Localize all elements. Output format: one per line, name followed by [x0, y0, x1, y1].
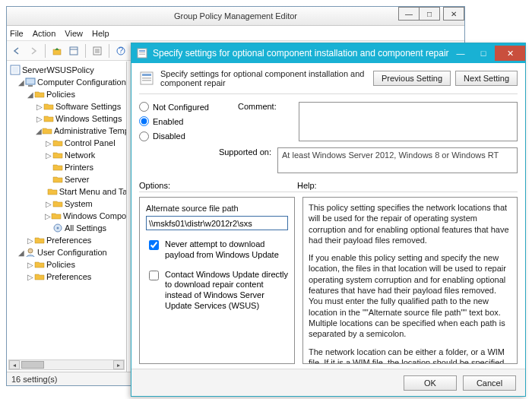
tree-control-panel[interactable]: ▷Control Panel [10, 137, 126, 149]
tree-admin-templates[interactable]: ◢ Administrative Templates [10, 125, 126, 137]
toolbar-properties-button[interactable] [90, 44, 104, 58]
folder-icon [52, 162, 63, 173]
dialog-subtitle: Specify settings for optional component … [160, 69, 367, 87]
policy-state-block: Not Configured Comment: Enabled Disabled [139, 102, 518, 141]
editor-maximize-button[interactable]: □ [419, 7, 440, 21]
editor-close-button[interactable]: ✕ [443, 7, 464, 21]
ok-button[interactable]: OK [404, 375, 457, 391]
dialog-footer: OK Cancel [131, 369, 525, 396]
menu-help[interactable]: Help [92, 29, 109, 38]
tree-wincompo[interactable]: ▷Windows Components [10, 210, 126, 222]
tree-allsettings[interactable]: All Settings [10, 222, 126, 234]
never-wu-checkbox-row: Never attempt to download payload from W… [146, 239, 288, 261]
menu-action[interactable]: Action [33, 29, 56, 38]
radio-enabled[interactable]: Enabled [139, 116, 230, 126]
svg-rect-0 [53, 49, 61, 55]
status-text: 16 setting(s) [11, 375, 58, 384]
comment-label: Comment: [238, 102, 291, 111]
radio-enabled-input[interactable] [139, 116, 149, 126]
expand-icon[interactable]: ▷ [45, 200, 52, 208]
options-help-columns: Alternate source file path Never attempt… [139, 197, 518, 364]
tree-system[interactable]: ▷System [10, 198, 126, 210]
cancel-button[interactable]: Cancel [463, 375, 516, 391]
policy-tree-pane[interactable]: ServerWSUSPolicy ◢ Computer Configuratio… [7, 62, 127, 372]
svg-rect-19 [139, 54, 145, 55]
next-setting-button[interactable]: Next Setting [455, 71, 518, 86]
collapse-icon[interactable]: ◢ [17, 249, 25, 257]
tree-policies2[interactable]: ▷Policies [10, 258, 126, 271]
never-wu-checkbox[interactable] [149, 240, 159, 250]
tree-horizontal-scrollbar[interactable]: ◂ ▸ [8, 359, 125, 370]
toolbar-forward-button[interactable] [27, 44, 40, 58]
folder-icon [52, 138, 63, 148]
policy-tree[interactable]: ServerWSUSPolicy ◢ Computer Configuratio… [7, 62, 126, 285]
folder-icon [34, 271, 45, 282]
tree-startmenu[interactable]: Start Menu and Taskbar [10, 185, 126, 198]
editor-menubar: File Action View Help [7, 26, 464, 41]
dialog-minimize-button[interactable]: — [449, 46, 472, 61]
tree-policies[interactable]: ◢ Policies [10, 88, 126, 100]
help-pane[interactable]: This policy setting specifies the networ… [302, 197, 518, 364]
expand-icon[interactable]: ▷ [27, 273, 34, 281]
collapse-icon[interactable]: ◢ [36, 127, 42, 135]
radio-not-configured[interactable]: Not Configured [139, 102, 230, 112]
collapse-icon[interactable]: ◢ [17, 78, 25, 87]
folder-icon [43, 113, 54, 124]
toolbar-up-button[interactable] [50, 44, 64, 58]
toolbar-back-button[interactable] [10, 44, 24, 58]
editor-minimize-button[interactable]: — [398, 7, 420, 21]
tree-root[interactable]: ServerWSUSPolicy [10, 64, 126, 76]
folder-icon [34, 89, 45, 100]
scroll-left-button[interactable]: ◂ [9, 360, 20, 369]
expand-icon[interactable]: ▷ [45, 139, 52, 147]
folder-icon [34, 235, 45, 245]
dialog-body: Specify settings for optional component … [131, 63, 525, 396]
radio-disabled[interactable]: Disabled [139, 131, 230, 141]
supported-on-row: Supported on: At least Windows Server 20… [139, 147, 518, 173]
folder-icon [52, 198, 63, 209]
svg-rect-17 [139, 50, 145, 52]
menu-view[interactable]: View [65, 29, 83, 38]
columns-header: Options: Help: [139, 181, 518, 192]
scroll-right-button[interactable]: ▸ [113, 360, 124, 369]
wsus-label[interactable]: Contact Windows Update directly to downl… [165, 270, 288, 312]
tree-windows[interactable]: ▷ Windows Settings [10, 112, 126, 125]
tree-printers[interactable]: Printers [10, 161, 126, 173]
collapse-icon[interactable]: ◢ [27, 90, 34, 99]
expand-icon[interactable]: ▷ [27, 261, 34, 269]
expand-icon[interactable]: ▷ [45, 212, 51, 220]
tree-user-conf[interactable]: ◢ User Configuration [10, 246, 126, 258]
scroll-thumb[interactable] [21, 361, 44, 369]
settings-icon [52, 223, 63, 233]
expand-icon[interactable]: ▷ [36, 115, 43, 123]
dialog-nav-buttons: Previous Setting Next Setting [373, 71, 518, 86]
toolbar-show-button[interactable] [67, 44, 81, 58]
radio-disabled-input[interactable] [139, 131, 149, 141]
expand-icon[interactable]: ▷ [36, 103, 43, 111]
wsus-checkbox[interactable] [149, 271, 159, 280]
expand-icon[interactable]: ▷ [27, 236, 34, 245]
folder-icon [43, 101, 54, 112]
dialog-titlebar[interactable]: Specify settings for optional component … [131, 43, 525, 63]
dialog-maximize-button[interactable]: □ [472, 46, 495, 61]
alt-source-input[interactable] [146, 216, 288, 230]
tree-preferences2[interactable]: ▷Preferences [10, 271, 126, 283]
previous-setting-button[interactable]: Previous Setting [373, 71, 451, 86]
toolbar-help-button[interactable]: ? [114, 44, 128, 58]
tree-network[interactable]: ▷Network [10, 149, 126, 161]
tree-comp-conf[interactable]: ◢ Computer Configuration [10, 76, 126, 88]
expand-icon[interactable]: ▷ [45, 151, 52, 160]
tree-preferences[interactable]: ▷Preferences [10, 234, 126, 246]
tree-server[interactable]: Server [10, 173, 126, 185]
never-wu-label[interactable]: Never attempt to download payload from W… [165, 239, 288, 261]
dialog-close-button[interactable]: ✕ [495, 46, 525, 61]
toolbar-separator [45, 44, 46, 58]
toolbar-separator [85, 44, 86, 58]
dialog-header-row: Specify settings for optional component … [139, 69, 518, 94]
supported-on-text: At least Windows Server 2012, Windows 8 … [277, 147, 518, 173]
tree-software[interactable]: ▷ Software Settings [10, 100, 126, 112]
menu-file[interactable]: File [10, 29, 24, 38]
comment-textarea[interactable] [299, 102, 518, 141]
radio-not-configured-input[interactable] [139, 102, 149, 112]
toolbar-separator [109, 44, 109, 58]
